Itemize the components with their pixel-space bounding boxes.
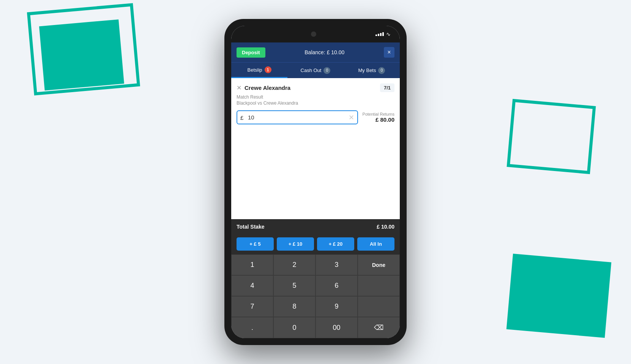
status-bar: ∿ (231, 26, 400, 42)
quick-add-20[interactable]: + £ 20 (317, 237, 354, 251)
total-stake-value: £ 10.00 (377, 224, 394, 230)
signal-icon (375, 32, 384, 36)
numpad-key-00[interactable]: 00 (316, 317, 358, 338)
numpad-row-4: . 0 00 ⌫ (231, 317, 400, 338)
status-bar-right: ∿ (375, 31, 391, 37)
potential-returns: Potential Returns £ 80.00 (363, 112, 394, 123)
close-button[interactable]: × (384, 47, 394, 58)
tab-cashout-badge: 0 (323, 67, 330, 74)
tab-betslip[interactable]: Betslip 1 (231, 63, 287, 78)
numpad-key-8[interactable]: 8 (273, 296, 316, 317)
tab-cashout[interactable]: Cash Out 0 (287, 63, 344, 78)
numpad-key-done-2 (358, 275, 400, 296)
total-stake-bar: Total Stake £ 10.00 (231, 219, 400, 234)
quick-add-allin[interactable]: All In (357, 237, 394, 251)
tab-cashout-label: Cash Out (301, 67, 322, 73)
numpad-key-5[interactable]: 5 (273, 275, 316, 296)
signal-bar-1 (375, 35, 377, 36)
app-background: Sports BET ⏱ In-Play PLACE 3 & GET U IN … (231, 42, 400, 338)
numpad-key-empty (358, 296, 400, 317)
bg-teal-shape-fill (39, 19, 124, 91)
signal-bar-4 (382, 32, 384, 36)
numpad-key-3[interactable]: 3 (316, 254, 358, 275)
bet-odds: 7/1 (380, 83, 394, 92)
stake-clear-button[interactable]: ✕ (349, 113, 354, 122)
balance-display: Balance: £ 10.00 (304, 49, 344, 55)
potential-returns-value: £ 80.00 (363, 116, 394, 123)
total-stake-label: Total Stake (237, 224, 265, 230)
quick-add-10[interactable]: + £ 10 (277, 237, 314, 251)
bet-card-header: ✕ Crewe Alexandra 7/1 (237, 83, 394, 92)
numpad-key-1[interactable]: 1 (231, 254, 273, 275)
bg-teal-shape-br (506, 254, 611, 338)
bet-card: ✕ Crewe Alexandra 7/1 Match Result Black… (231, 78, 400, 128)
betslip-panel: Deposit Balance: £ 10.00 × Betslip 1 Cas… (231, 42, 400, 338)
potential-returns-label: Potential Returns (363, 112, 394, 116)
betslip-tabs: Betslip 1 Cash Out 0 My Bets 0 (231, 62, 400, 78)
numpad-key-4[interactable]: 4 (231, 275, 273, 296)
remove-bet-button[interactable]: ✕ (237, 84, 241, 91)
tab-betslip-label: Betslip (247, 67, 262, 73)
phone-wrapper: ∿ Sports BET ⏱ In-Play PLACE 3 (224, 19, 407, 345)
numpad-key-backspace[interactable]: ⌫ (358, 317, 400, 338)
betslip-content: ✕ Crewe Alexandra 7/1 Match Result Black… (231, 78, 400, 219)
stake-input-wrapper: £ ✕ (237, 110, 358, 124)
bg-teal-shape-tr (507, 99, 596, 174)
wifi-icon: ∿ (386, 31, 391, 37)
numpad: 1 2 3 Done 4 5 6 (231, 254, 400, 338)
numpad-key-9[interactable]: 9 (316, 296, 358, 317)
tab-mybets-badge: 0 (378, 67, 385, 74)
tab-mybets[interactable]: My Bets 0 (344, 63, 400, 78)
bet-team-name: Crewe Alexandra (245, 85, 290, 91)
bg-teal-shape-outline (27, 3, 140, 96)
phone-screen: ∿ Sports BET ⏱ In-Play PLACE 3 (231, 26, 400, 338)
bet-type: Match Result (237, 94, 394, 100)
numpad-key-6[interactable]: 6 (316, 275, 358, 296)
betslip-header: Deposit Balance: £ 10.00 × (231, 42, 400, 62)
stake-row: £ ✕ Potential Returns £ 80.00 (237, 110, 394, 124)
deposit-button[interactable]: Deposit (237, 47, 265, 58)
tab-mybets-label: My Bets (358, 67, 376, 73)
bet-card-title-row: ✕ Crewe Alexandra (237, 84, 290, 91)
bet-match: Blackpool vs Crewe Alexandra (237, 100, 394, 106)
quick-add-row: + £ 5 + £ 10 + £ 20 All In (231, 234, 400, 254)
signal-bar-3 (380, 33, 382, 36)
phone-device: ∿ Sports BET ⏱ In-Play PLACE 3 (224, 19, 407, 345)
numpad-row-2: 4 5 6 (231, 275, 400, 296)
stake-input[interactable] (237, 110, 358, 124)
numpad-row-3: 7 8 9 (231, 296, 400, 317)
numpad-key-done[interactable]: Done (358, 254, 400, 275)
numpad-key-2[interactable]: 2 (273, 254, 316, 275)
numpad-key-0[interactable]: 0 (273, 317, 316, 338)
camera-notch (311, 31, 316, 37)
quick-add-5[interactable]: + £ 5 (237, 237, 274, 251)
tab-betslip-badge: 1 (265, 66, 271, 73)
signal-bar-2 (378, 34, 379, 36)
numpad-key-dot[interactable]: . (231, 317, 273, 338)
numpad-key-7[interactable]: 7 (231, 296, 273, 317)
numpad-row-1: 1 2 3 Done (231, 254, 400, 275)
